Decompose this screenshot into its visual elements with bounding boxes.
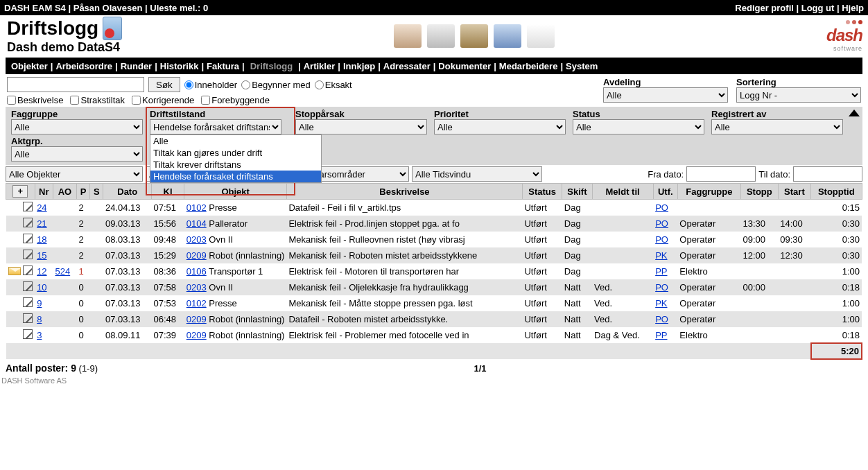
th-nr[interactable]: Nr — [35, 184, 53, 200]
nav-innkjop[interactable]: Innkjøp — [343, 61, 375, 71]
utf-link[interactable]: PO — [655, 218, 668, 229]
nav-historikk[interactable]: Historikk — [160, 61, 199, 71]
tools-icon[interactable] — [427, 24, 455, 48]
edit-icon[interactable] — [23, 266, 33, 275]
utf-link[interactable]: PP — [655, 266, 667, 277]
drift-opt-forarsaket-stans[interactable]: Hendelse forårsaket driftstans — [150, 171, 321, 182]
stopparsak-select[interactable]: Alle — [295, 119, 427, 134]
tidsvindu-select[interactable]: Alle Tidsvindu — [412, 166, 542, 182]
objekt-code-link[interactable]: 0102 — [186, 202, 207, 213]
objekt-code-link[interactable]: 0209 — [186, 250, 207, 261]
objekt-code-link[interactable]: 0209 — [186, 314, 207, 324]
search-opt-begynner[interactable]: Begynner med — [241, 80, 311, 90]
table-row[interactable]: 10007.03.1307:580203 Ovn IIMekanisk feil… — [6, 279, 862, 295]
th-beskrivelse[interactable]: Beskrivelse — [286, 184, 522, 200]
search-opt-eksakt[interactable]: Eksakt — [315, 80, 352, 90]
aktgrp-select[interactable]: Alle — [11, 146, 143, 162]
edit-icon[interactable] — [23, 250, 33, 259]
objekt-code-link[interactable]: 0102 — [186, 298, 207, 308]
table-row[interactable]: 3008.09.1107:390209 Robot (innlastning)E… — [6, 327, 862, 343]
chk-forebyggende[interactable]: Forebyggende — [201, 95, 270, 105]
nr-link[interactable]: 10 — [37, 282, 46, 293]
nr-link[interactable]: 24 — [37, 202, 46, 213]
th-faggruppe[interactable]: Faggruppe — [677, 184, 740, 200]
nr-link[interactable]: 12 — [37, 266, 46, 277]
clipboard-icon[interactable] — [460, 24, 488, 48]
chk-strakstiltak[interactable]: Strakstiltak — [70, 95, 125, 105]
th-s[interactable]: S — [90, 184, 103, 200]
th-skift[interactable]: Skift — [562, 184, 592, 200]
nav-runder[interactable]: Runder — [121, 61, 153, 71]
objekter-select[interactable]: Alle Objekter — [6, 166, 143, 182]
nav-medarbeidere[interactable]: Medarbeidere — [499, 61, 558, 71]
th-objekt[interactable]: Objekt — [184, 184, 287, 200]
search-button[interactable]: Søk — [148, 77, 180, 92]
objekt-code-link[interactable]: 0203 — [186, 234, 207, 245]
edit-icon[interactable] — [23, 202, 33, 211]
edit-icon[interactable] — [23, 297, 33, 307]
nav-system[interactable]: System — [566, 61, 598, 71]
th-status[interactable]: Status — [522, 184, 562, 200]
edit-icon[interactable] — [23, 313, 33, 323]
objekt-code-link[interactable]: 0104 — [186, 218, 207, 229]
driftstilstand-select[interactable]: Hendelse forårsaket driftstans — [150, 119, 281, 134]
fradato-input[interactable] — [686, 166, 756, 182]
th-meldt[interactable]: Meldt til — [592, 184, 653, 200]
table-row[interactable]: 8007.03.1306:480209 Robot (innlastning)D… — [6, 311, 862, 327]
utf-link[interactable]: PO — [655, 282, 668, 293]
nr-link[interactable]: 15 — [37, 250, 46, 261]
table-row[interactable]: 18208.03.1309:480203 Ovn IIMekanisk feil… — [6, 232, 862, 247]
utf-link[interactable]: PK — [655, 250, 667, 261]
th-stopptid[interactable]: Stopptid — [811, 184, 862, 200]
objekt-code-link[interactable]: 0209 — [186, 330, 207, 340]
nav-adressater[interactable]: Adressater — [383, 61, 431, 71]
nr-link[interactable]: 8 — [37, 314, 42, 324]
status-select[interactable]: Alle — [573, 119, 704, 134]
collapse-up-icon[interactable] — [849, 110, 860, 116]
edit-icon[interactable] — [23, 218, 33, 227]
nav-artikler[interactable]: Artikler — [304, 61, 336, 71]
th-ao[interactable]: AO — [53, 184, 76, 200]
money-icon[interactable] — [494, 24, 521, 48]
th-dato[interactable]: Dato — [103, 184, 152, 200]
table-row[interactable]: 21209.03.1315:560104 PalleratorElektrisk… — [6, 216, 862, 232]
avdeling-select[interactable]: Alle — [603, 87, 728, 103]
table-row[interactable]: 24224.04.1307:510102 PresseDatafeil - Fe… — [6, 200, 862, 216]
utf-link[interactable]: PK — [655, 298, 667, 308]
nav-dokumenter[interactable]: Dokumenter — [438, 61, 491, 71]
nav-faktura[interactable]: Faktura — [207, 61, 239, 71]
objekt-code-link[interactable]: 0203 — [186, 282, 207, 293]
drift-opt-krever-stans[interactable]: Tiltak krever driftstans — [150, 159, 321, 171]
add-row-button[interactable]: + — [12, 185, 28, 198]
nr-link[interactable]: 3 — [37, 330, 42, 340]
nav-objekter[interactable]: Objekter — [11, 61, 48, 71]
edit-icon[interactable] — [23, 281, 33, 291]
search-opt-inneholder[interactable]: Inneholder — [184, 80, 237, 90]
nav-arbeidsordre[interactable]: Arbeidsordre — [55, 61, 112, 71]
mail-icon[interactable] — [527, 24, 555, 48]
utf-link[interactable]: PO — [655, 314, 668, 324]
objekt-code-link[interactable]: 0106 — [186, 266, 207, 277]
mail-icon[interactable] — [8, 267, 21, 275]
users-icon[interactable] — [394, 24, 422, 48]
prioritet-select[interactable]: Alle — [434, 119, 566, 134]
search-input[interactable] — [7, 77, 144, 92]
nr-link[interactable]: 18 — [37, 234, 46, 245]
chk-beskrivelse[interactable]: Beskrivelse — [7, 95, 63, 105]
faggruppe-select[interactable]: Alle — [11, 119, 143, 134]
table-row[interactable]: 9007.03.1307:530102 PresseMekanisk feil … — [6, 295, 862, 311]
topbar-right[interactable]: Rediger profil | Logg ut | Hjelp — [735, 3, 864, 13]
edit-icon[interactable] — [23, 234, 33, 243]
tildato-input[interactable] — [793, 166, 862, 182]
th-kl[interactable]: Kl — [151, 184, 184, 200]
utf-link[interactable]: PO — [655, 234, 668, 245]
nr-link[interactable]: 9 — [37, 298, 42, 308]
th-p[interactable]: P — [76, 184, 89, 200]
utf-link[interactable]: PO — [655, 202, 668, 213]
nav-driftslogg[interactable]: Driftslogg — [248, 61, 295, 71]
drift-opt-under-drift[interactable]: Tiltak kan gjøres under drift — [150, 147, 321, 159]
sortering-select[interactable]: Logg Nr - — [736, 87, 861, 103]
table-row[interactable]: 12524107.03.1308:360106 Transportør 1Ele… — [6, 263, 862, 279]
edit-icon[interactable] — [23, 329, 33, 339]
chk-korrigerende[interactable]: Korrigerende — [132, 95, 194, 105]
